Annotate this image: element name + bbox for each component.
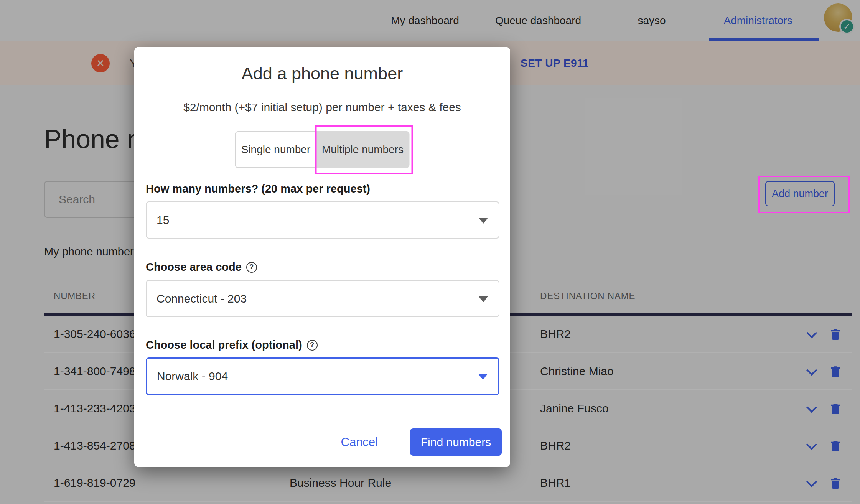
modal-actions: Cancel Find numbers	[341, 428, 502, 456]
multiple-numbers-label: Multiple numbers	[322, 143, 404, 155]
multiple-numbers-tab[interactable]: Multiple numbers	[316, 131, 410, 168]
add-phone-number-modal: Add a phone number $2/month (+$7 initial…	[134, 47, 510, 467]
caret-down-icon	[479, 296, 488, 302]
local-prefix-select[interactable]: Norwalk - 904	[146, 357, 499, 395]
area-code-label-text: Choose area code	[146, 261, 242, 273]
how-many-value: 15	[157, 214, 169, 227]
caret-down-icon	[478, 374, 488, 380]
how-many-select[interactable]: 15	[146, 201, 499, 239]
area-code-value: Connecticut - 203	[157, 292, 247, 305]
help-icon[interactable]: ?	[307, 340, 318, 351]
help-icon[interactable]: ?	[246, 262, 257, 273]
app-window: My dashboard Queue dashboard sayso Admin…	[0, 0, 860, 504]
modal-title: Add a phone number	[134, 64, 510, 84]
local-prefix-label-text: Choose local prefix (optional)	[146, 339, 302, 351]
local-prefix-label: Choose local prefix (optional) ?	[146, 339, 318, 351]
find-numbers-button[interactable]: Find numbers	[410, 428, 502, 456]
caret-down-icon	[479, 218, 488, 224]
local-prefix-value: Norwalk - 904	[157, 370, 228, 383]
how-many-label: How many numbers? (20 max per request)	[146, 183, 370, 195]
cancel-button[interactable]: Cancel	[341, 435, 378, 449]
area-code-label: Choose area code ?	[146, 261, 257, 273]
number-mode-toggle: Single number Multiple numbers	[235, 131, 410, 168]
area-code-select[interactable]: Connecticut - 203	[146, 280, 499, 317]
single-number-tab[interactable]: Single number	[235, 131, 316, 168]
modal-subtitle: $2/month (+$7 initial setup) per number …	[134, 101, 510, 114]
how-many-label-text: How many numbers? (20 max per request)	[146, 183, 370, 195]
